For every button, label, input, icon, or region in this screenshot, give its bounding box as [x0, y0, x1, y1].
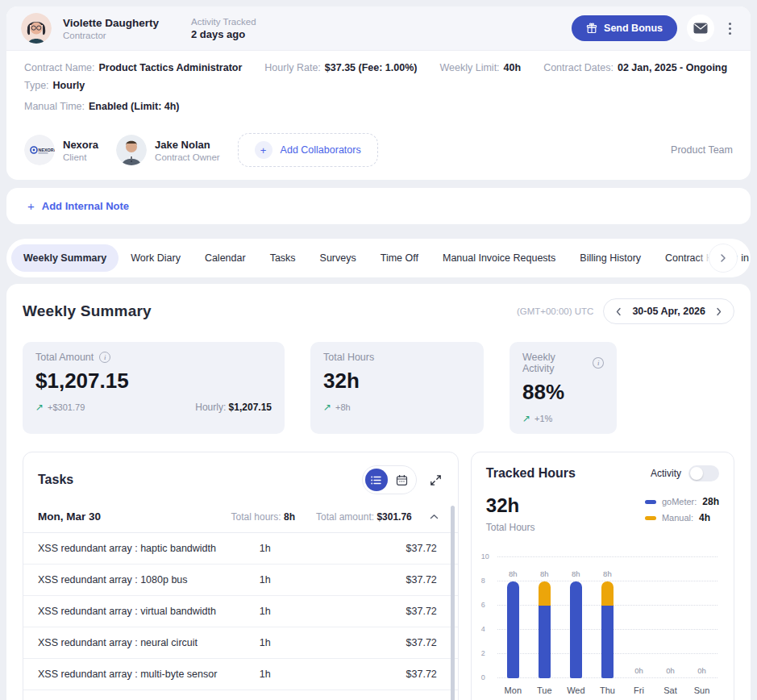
contractor-name-block: Violette Daugherty Contractor — [63, 17, 159, 40]
mail-icon — [693, 23, 708, 34]
expand-icon — [430, 474, 442, 486]
total-hours-block: 32h Total Hours — [486, 494, 535, 533]
task-row[interactable]: XSS redundant array : virtual bandwidth … — [23, 596, 458, 627]
page-title: Weekly Summary — [23, 302, 152, 320]
weekly-limit-field: Weekly Limit:40h — [439, 62, 521, 73]
task-row[interactable]: XSS redundant array : haptic bandwidth 1… — [23, 533, 458, 565]
tab-tasks[interactable]: Tasks — [258, 244, 308, 272]
tabs-scroll-right-button[interactable] — [709, 244, 738, 273]
activity-toggle[interactable] — [688, 465, 719, 481]
tab-weekly-summary[interactable]: Weekly Summary — [11, 244, 119, 272]
stats-row: Total Amount i $1,207.15 ↗+$301.79 Hourl… — [23, 342, 734, 434]
task-name: XSS redundant array : 1080p bus — [38, 574, 260, 585]
toggle-knob — [690, 467, 703, 480]
manual-swatch — [645, 516, 656, 520]
task-hours: 1h — [260, 669, 344, 680]
stat-delta: ↗+1% — [522, 413, 552, 424]
task-row[interactable]: XSS redundant array : 1080p bus 1h $37.7… — [23, 565, 458, 596]
owner-name-block: Jake Nolan Contract Owner — [155, 139, 220, 162]
bar-sun: 0h — [686, 557, 717, 678]
bar-mon: 8h — [497, 557, 529, 678]
task-name: XSS redundant array : neural circuit — [38, 637, 260, 648]
date-range-picker: 30-05 Apr, 2026 — [603, 298, 734, 324]
message-button[interactable] — [687, 15, 714, 42]
client-name-block: Nexora Client — [63, 139, 98, 162]
task-amount: $37.72 — [344, 543, 437, 554]
contract-name-field: Contract Name:Product Tactics Administra… — [24, 62, 242, 73]
tab-billing-history[interactable]: Billing History — [568, 244, 653, 272]
prev-week-button[interactable] — [615, 307, 622, 316]
stat-value: $1,207.15 — [35, 369, 272, 394]
collapse-day-button[interactable] — [425, 513, 443, 521]
total-hours-label: Total Hours — [486, 522, 535, 533]
tasks-tools — [362, 465, 443, 494]
task-row[interactable]: XSS redundant array : multi-byte sensor … — [23, 659, 458, 690]
calendar-view-button[interactable] — [391, 469, 414, 491]
bar-sat: 0h — [655, 557, 686, 678]
field-value: $37.35 (Fee: 1.00%) — [325, 62, 418, 73]
contract-header-card: Violette Daugherty Contractor Activity T… — [6, 6, 751, 180]
next-week-button[interactable] — [715, 307, 722, 316]
day-group-header[interactable]: Mon, Mar 30 Total hours: 8h Total amount… — [23, 502, 458, 533]
contractor-avatar — [21, 13, 52, 44]
info-icon[interactable]: i — [593, 357, 604, 369]
task-hours: 1h — [260, 606, 344, 617]
total-hours-value: 32h — [486, 494, 535, 517]
activity-tracked-label: Activity Tracked — [191, 17, 256, 27]
more-options-button[interactable] — [724, 18, 736, 40]
task-name: XSS redundant array : virtual bandwidth — [38, 606, 260, 617]
tab-partial[interactable]: Re — [750, 244, 751, 272]
trend-up-icon: ↗ — [522, 413, 530, 424]
client-name: Nexora — [63, 139, 98, 151]
add-internal-note-label: Add Internal Note — [42, 200, 129, 212]
add-internal-note-button[interactable]: + Add Internal Note — [23, 198, 134, 214]
day-label: Sat — [655, 685, 686, 695]
tab-work-diary[interactable]: Work Diary — [119, 244, 193, 272]
send-bonus-button[interactable]: Send Bonus — [572, 15, 677, 41]
tracked-hours-title: Tracked Hours — [486, 466, 576, 481]
field-value: 40h — [504, 62, 522, 73]
stat-delta: ↗+$301.79 — [35, 402, 85, 413]
task-name: XSS redundant array : multi-byte sensor — [38, 669, 260, 680]
stat-label: Total Hours — [323, 352, 374, 363]
tab-partial-fragment: in — [741, 252, 749, 264]
task-name: XSS redundant array : haptic bandwidth — [38, 543, 260, 554]
info-icon[interactable]: i — [99, 352, 110, 363]
tasks-view-toggle — [362, 465, 417, 494]
task-row[interactable]: XSS redundant array : back-end matrix 1h… — [23, 690, 458, 700]
legend-name: goMeter: — [662, 497, 697, 506]
field-value: Enabled (Limit: 4h) — [89, 101, 180, 112]
stat-label-row: Total Hours — [323, 352, 471, 363]
field-value: Product Tactics Administrator — [99, 62, 243, 73]
tab-calendar[interactable]: Calendar — [193, 244, 258, 272]
bar-wed: 8h — [560, 557, 592, 678]
owner-collaborator: Jake Nolan Contract Owner — [116, 135, 220, 165]
day-total-hours: Total hours: 8h — [231, 511, 295, 523]
field-label: Type: — [24, 80, 49, 91]
hourly-rate-field: Hourly Rate:$37.35 (Fee: 1.00%) — [264, 62, 417, 73]
tab-manual-invoice-requests[interactable]: Manual Invoice Requests — [430, 244, 568, 272]
send-bonus-label: Send Bonus — [604, 23, 663, 34]
expand-tasks-button[interactable] — [428, 473, 443, 488]
tab-surveys[interactable]: Surveys — [308, 244, 368, 272]
list-view-button[interactable] — [365, 469, 388, 491]
field-label: Contract Name: — [24, 62, 95, 73]
bar-chart: 02468108h8h8h8h0h0h0h MonTueWedThuFriSat… — [472, 536, 734, 695]
date-range-value: 30-05 Apr, 2026 — [632, 306, 705, 317]
chevron-right-icon — [719, 253, 727, 263]
client-logo: NEXORA — [24, 135, 55, 165]
stat-value: 32h — [323, 369, 471, 394]
tasks-scrollbar[interactable] — [451, 506, 455, 700]
panels-row: Tasks — [23, 452, 734, 700]
contractor-identity: Violette Daugherty Contractor Activity T… — [21, 13, 256, 44]
tab-time-off[interactable]: Time Off — [368, 244, 430, 272]
task-row[interactable]: XSS redundant array : neural circuit 1h … — [23, 627, 458, 659]
add-collaborators-button[interactable]: + Add Collaborators — [238, 133, 378, 167]
contract-details: Contract Name:Product Tactics Administra… — [6, 51, 751, 125]
day-label: Mon — [497, 685, 529, 695]
timezone-label: (GMT+00:00) UTC — [517, 306, 594, 316]
gometer-swatch — [645, 500, 656, 504]
date-controls: (GMT+00:00) UTC 30-05 Apr, 2026 — [517, 298, 734, 324]
bar-chart-days: MonTueWedThuFriSatSun — [497, 678, 717, 695]
contractor-header: Violette Daugherty Contractor Activity T… — [6, 6, 751, 51]
